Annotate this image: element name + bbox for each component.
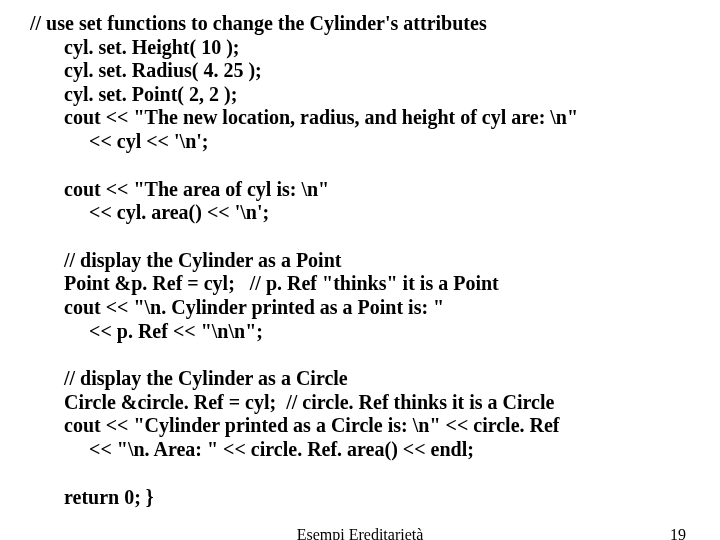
- code-line: // use set functions to change the Cylin…: [30, 12, 690, 36]
- code-line: cyl. set. Radius( 4. 25 );: [64, 59, 690, 83]
- code-line: << cyl << '\n';: [64, 130, 690, 154]
- code-line: cyl. set. Point( 2, 2 );: [64, 83, 690, 107]
- code-block-2: cout << "The area of cyl is: \n" << cyl.…: [30, 178, 690, 225]
- code-block-1: // use set functions to change the Cylin…: [30, 12, 690, 154]
- indent-group: cyl. set. Height( 10 ); cyl. set. Radius…: [30, 36, 690, 154]
- code-line: cyl. set. Height( 10 );: [64, 36, 690, 60]
- code-line: cout << "The area of cyl is: \n": [64, 178, 690, 202]
- code-line: return 0; }: [64, 486, 690, 510]
- code-block-5: return 0; }: [30, 486, 690, 510]
- page-number: 19: [670, 526, 686, 540]
- code-block-4: // display the Cylinder as a Circle Circ…: [30, 367, 690, 461]
- code-line: << "\n. Area: " << circle. Ref. area() <…: [64, 438, 690, 462]
- code-line: cout << "The new location, radius, and h…: [64, 106, 690, 130]
- code-line: // display the Cylinder as a Point: [64, 249, 690, 273]
- code-line: Circle &circle. Ref = cyl; // circle. Re…: [64, 391, 690, 415]
- code-line: // display the Cylinder as a Circle: [64, 367, 690, 391]
- code-line: cout << "\n. Cylinder printed as a Point…: [64, 296, 690, 320]
- code-line: << cyl. area() << '\n';: [64, 201, 690, 225]
- code-line: Point &p. Ref = cyl; // p. Ref "thinks" …: [64, 272, 690, 296]
- code-line: << p. Ref << "\n\n";: [64, 320, 690, 344]
- code-line: cout << "Cylinder printed as a Circle is…: [64, 414, 690, 438]
- footer-center-text: Esempi Ereditarietà: [0, 526, 720, 540]
- slide: // use set functions to change the Cylin…: [0, 0, 720, 540]
- code-block-3: // display the Cylinder as a Point Point…: [30, 249, 690, 343]
